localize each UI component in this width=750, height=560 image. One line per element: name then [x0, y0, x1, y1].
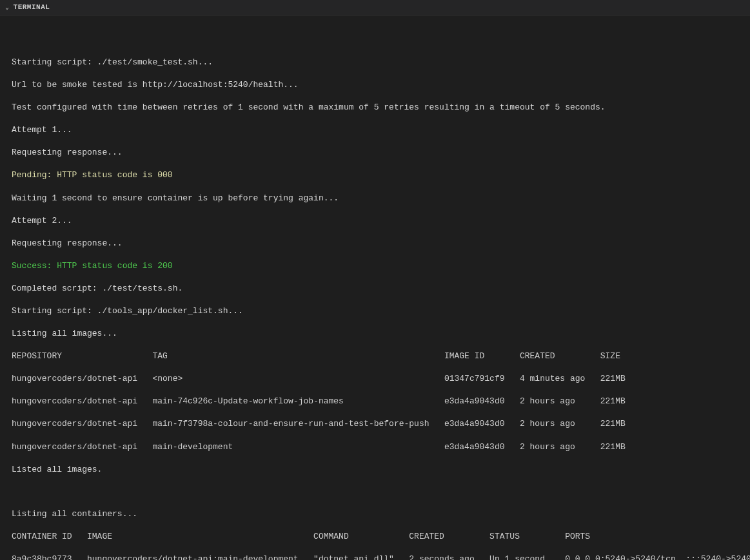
output-line: Listing all containers...: [12, 508, 738, 520]
chevron-down-icon[interactable]: ⌄: [5, 3, 10, 12]
output-line: Requesting response...: [12, 147, 738, 159]
images-table-header: REPOSITORY TAG IMAGE ID CREATED SIZE: [12, 351, 738, 362]
output-line: Url to be smoke tested is http://localho…: [12, 79, 738, 91]
output-line: Requesting response...: [12, 238, 738, 249]
output-line-success: Success: HTTP status code is 200: [12, 260, 738, 272]
terminal-output[interactable]: Starting script: ./test/smoke_test.sh...…: [0, 15, 750, 560]
output-line: Listing all images...: [12, 328, 738, 340]
images-table-row: hungovercoders/dotnet-api <none> 01347c7…: [12, 373, 738, 385]
output-line: Listed all images.: [12, 464, 738, 476]
output-line: Completed script: ./test/tests.sh.: [12, 283, 738, 294]
images-table-row: hungovercoders/dotnet-api main-7f3798a-c…: [12, 418, 738, 430]
output-line: Attempt 1...: [12, 124, 738, 136]
output-line-pending: Pending: HTTP status code is 000: [12, 169, 738, 181]
images-table-row: hungovercoders/dotnet-api main-developme…: [12, 441, 738, 453]
output-line: Attempt 2...: [12, 215, 738, 227]
terminal-header: ⌄ TERMINAL: [0, 0, 750, 15]
images-table-row: hungovercoders/dotnet-api main-74c926c-U…: [12, 396, 738, 407]
output-line: Starting script: ./test/smoke_test.sh...: [12, 57, 738, 68]
output-line: Starting script: ./tools_app/docker_list…: [12, 305, 738, 317]
containers-table-header: CONTAINER ID IMAGE COMMAND CREATED STATU…: [12, 531, 738, 543]
output-line: Test configured with time between retrie…: [12, 102, 738, 113]
containers-table-row: 8a9c38bc9773 hungovercoders/dotnet-api:m…: [12, 554, 738, 560]
terminal-tab-title[interactable]: TERMINAL: [14, 3, 50, 12]
output-line: Waiting 1 second to ensure container is …: [12, 193, 738, 204]
